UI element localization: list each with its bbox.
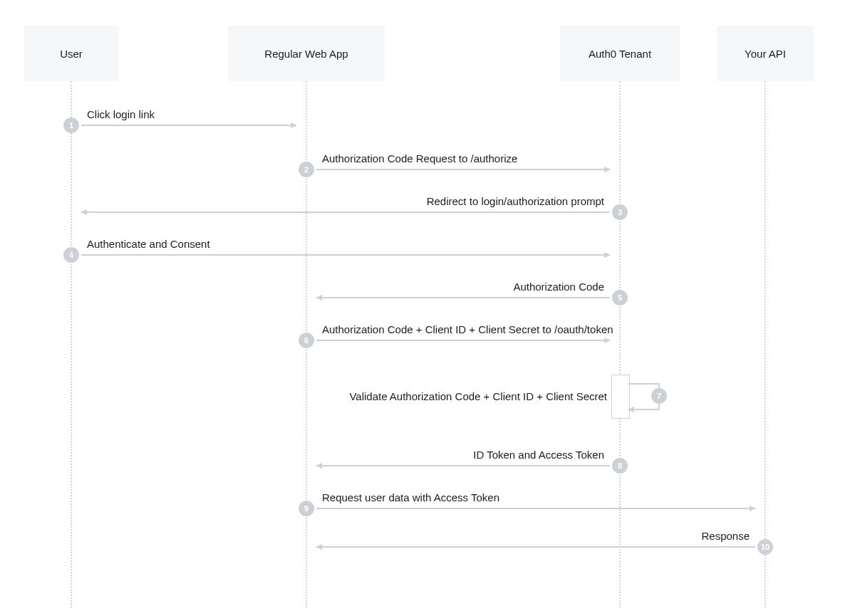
self-loop-segment: [628, 383, 660, 385]
message-label: Request user data with Access Token: [322, 491, 499, 503]
message-arrow: [81, 125, 296, 126]
lane-header-api: Your API: [717, 26, 814, 81]
message-label: Authorization Code Request to /authorize: [322, 152, 517, 165]
self-loop-segment: [628, 409, 660, 410]
step-badge: 5: [612, 290, 628, 306]
lane-header-user: User: [24, 26, 118, 81]
message-arrow: [316, 169, 610, 170]
message-label: Authenticate and Consent: [87, 238, 210, 250]
lifeline-api: [765, 81, 766, 607]
message-label: Authorization Code + Client ID + Client …: [322, 323, 613, 335]
step-badge: 2: [299, 162, 314, 177]
step-badge: 6: [299, 333, 314, 348]
message-label: Validate Authorization Code + Client ID …: [349, 390, 607, 402]
message-label: ID Token and Access Token: [473, 449, 604, 461]
message-label: Click login link: [87, 108, 155, 120]
message-label: Redirect to login/authorization prompt: [427, 195, 604, 207]
message-label: Authorization Code: [513, 281, 604, 293]
lifeline-user: [71, 81, 72, 607]
message-arrow: [316, 297, 610, 298]
step-badge: 4: [63, 247, 79, 263]
message-arrow: [316, 508, 755, 509]
step-badge: 10: [757, 539, 773, 555]
step-badge: 1: [63, 118, 79, 133]
lane-header-auth0: Auth0 Tenant: [560, 26, 680, 81]
message-arrow: [316, 340, 610, 341]
message-label: Response: [701, 530, 750, 542]
message-arrow: [81, 254, 610, 256]
step-badge: 3: [612, 204, 628, 220]
lifeline-auth0: [619, 81, 621, 607]
step-badge: 9: [299, 501, 314, 516]
sequence-diagram: UserRegular Web AppAuth0 TenantYour API1…: [0, 0, 855, 616]
lane-header-webapp: Regular Web App: [228, 26, 385, 81]
message-arrow: [316, 546, 755, 548]
message-arrow: [81, 212, 610, 213]
step-badge: 8: [612, 458, 628, 474]
step-badge: 7: [651, 388, 667, 404]
message-arrow: [316, 465, 610, 466]
